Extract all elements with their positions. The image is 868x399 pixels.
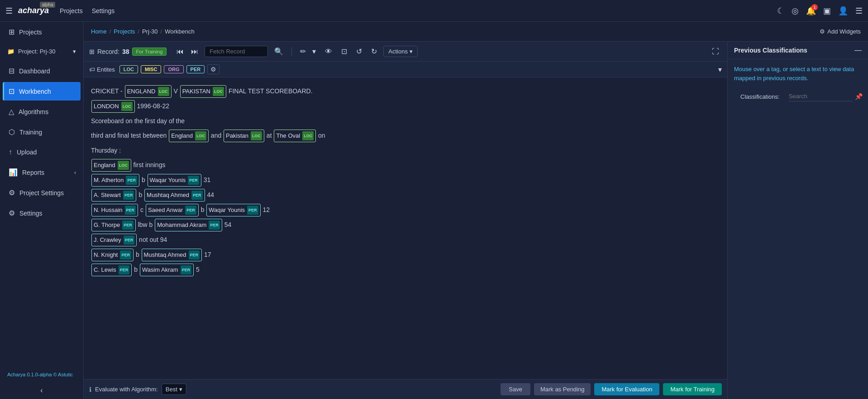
actions-button[interactable]: Actions ▾ [383, 46, 418, 57]
entity-mohammad-akram[interactable]: Mohammad AkramPER [155, 219, 222, 231]
entity-waqar-2[interactable]: Waqar YounisPER [206, 204, 260, 216]
entity-the-oval[interactable]: The Oval LOC [274, 130, 316, 142]
algorithm-value: Best [166, 386, 177, 393]
save-button[interactable]: Save [501, 383, 530, 395]
breadcrumb-sep-1: / [110, 28, 111, 35]
entity-england-innings[interactable]: England LOC [91, 159, 131, 172]
nav-last-button[interactable]: ⏭ [188, 46, 201, 58]
training-icon: ⬡ [9, 128, 15, 136]
entity-thorpe[interactable]: G. ThorpePER [91, 219, 136, 231]
entity-waqar-1[interactable]: Waqar YounisPER [148, 174, 201, 187]
line-4: third and final test between England LOC… [91, 129, 720, 142]
fetch-record-input[interactable] [205, 46, 268, 57]
line1-v: V [173, 87, 179, 95]
nav-settings[interactable]: Settings [92, 7, 115, 14]
target-icon[interactable]: ◎ [792, 6, 799, 16]
sidebar-item-project-settings[interactable]: ⚙ Project Settings [0, 183, 83, 203]
record-label: ⊞ [89, 48, 95, 55]
entity-tags-expand[interactable]: ▾ [718, 65, 722, 74]
record-number: 38 [122, 48, 129, 55]
gear-icon: ⚙ [820, 28, 825, 35]
mark-evaluation-button[interactable]: Mark for Evaluation [594, 383, 659, 395]
editor-panel: ⊞ Record: 38 For Training ⏮ ⏭ 🔍 ✏ ▾ [84, 42, 728, 399]
actions-chevron: ▾ [410, 48, 413, 55]
record-badge: For Training [132, 48, 167, 56]
text-content[interactable]: CRICKET - ENGLAND LOC V PAKISTAN LOC FIN… [84, 77, 727, 379]
copy-button[interactable]: ⊡ [339, 45, 350, 58]
entities-label: 🏷 Entites [89, 66, 115, 73]
tag-loc-button[interactable]: LOC [119, 65, 138, 73]
toolbar-divider-1 [291, 47, 292, 56]
sidebar-item-projects[interactable]: ⊞ Projects [0, 22, 83, 42]
breadcrumb-projects[interactable]: Projects [114, 28, 135, 35]
add-widgets-button[interactable]: ⚙ Add Widgets [820, 28, 861, 35]
entity-mushtaq-1[interactable]: Mushtaq AhmedPER [144, 189, 205, 202]
batting-row-1: M. AthertonPER b Waqar YounisPER 31 [91, 173, 720, 187]
tag-misc-button[interactable]: MISC [141, 65, 162, 73]
actions-label: Actions [388, 48, 408, 55]
eye-button[interactable]: 👁 [322, 46, 335, 58]
entity-crawley[interactable]: J. CrawleyPER [91, 234, 137, 246]
entity-pakistan-2[interactable]: Pakistan LOC [224, 130, 264, 142]
sidebar-item-project-prj30[interactable]: 📁 Project: Prj-30 ▾ [0, 42, 83, 61]
mark-training-button[interactable]: Mark for Training [663, 383, 722, 395]
nav-first-button[interactable]: ⏮ [174, 46, 186, 58]
menu-icon[interactable]: ☰ [855, 6, 863, 16]
screen-icon[interactable]: ▣ [823, 6, 831, 16]
entities-text: Entites [97, 66, 115, 73]
breadcrumb-sep-3: / [161, 28, 162, 35]
search-button[interactable]: 🔍 [272, 45, 286, 58]
batting-row-3: N. HussainPER c Saeed AnwarPER b Waqar Y… [91, 203, 720, 216]
tag-org-button[interactable]: ORG [164, 65, 183, 73]
line-2: LONDON LOC 1996-08-22 [91, 100, 720, 113]
entity-london[interactable]: LONDON LOC [91, 100, 135, 113]
record-info: ⊞ Record: 38 For Training [89, 48, 167, 56]
algorithm-select[interactable]: Best ▾ [162, 384, 186, 395]
classifications-search-input[interactable] [789, 91, 852, 101]
bottom-actions: Save Mark as Pending Mark for Evaluation… [501, 383, 722, 395]
sidebar-item-training[interactable]: ⬡ Training [0, 122, 83, 142]
tag-settings-button[interactable]: ⚙ [207, 64, 219, 74]
entity-england-1[interactable]: ENGLAND LOC [125, 85, 172, 98]
sidebar-collapse-button[interactable]: ‹ [0, 382, 83, 399]
sidebar-item-algorithms[interactable]: △ Algorithms [0, 101, 83, 122]
entity-knight[interactable]: N. KnightPER [91, 249, 134, 261]
notification-count: 1 [811, 4, 818, 10]
fullscreen-button[interactable]: ⛶ [709, 46, 722, 58]
sidebar-item-settings[interactable]: ⚙ Settings [0, 203, 83, 223]
undo-button[interactable]: ↺ [353, 45, 365, 58]
entity-england-2[interactable]: England LOC [169, 130, 209, 142]
main-layout: ⊞ Projects 📁 Project: Prj-30 ▾ ⊟ Dashboa… [0, 22, 868, 399]
breadcrumb-home[interactable]: Home [91, 28, 107, 35]
line2-date: 1996-08-22 [137, 102, 170, 110]
entity-saeed[interactable]: Saeed AnwarPER [146, 204, 199, 216]
user-icon[interactable]: 👤 [838, 6, 848, 16]
entity-pakistan-1[interactable]: PAKISTAN LOC [180, 85, 226, 98]
entity-lewis[interactable]: C. LewisPER [91, 264, 132, 276]
project-icon: 📁 [7, 48, 14, 55]
entity-stewart[interactable]: A. StewartPER [91, 189, 136, 202]
batting-row-4: G. ThorpePER lbw b Mohammad AkramPER 54 [91, 218, 720, 231]
nav-projects[interactable]: Projects [60, 7, 83, 14]
bell-icon[interactable]: 🔔 1 [806, 6, 816, 16]
record-label-text: Record: [97, 48, 119, 55]
tag-per-button[interactable]: PER [186, 65, 205, 73]
moon-icon[interactable]: ☾ [777, 6, 784, 16]
pen-dropdown-button[interactable]: ▾ [310, 45, 319, 58]
sidebar-item-workbench[interactable]: ⊡ Workbench [3, 82, 81, 101]
mark-pending-button[interactable]: Mark as Pending [534, 383, 591, 395]
right-panel-close-button[interactable]: — [854, 46, 862, 54]
sidebar-item-reports[interactable]: 📊 Reports ‹ [0, 162, 83, 183]
entity-hussain[interactable]: N. HussainPER [91, 204, 138, 216]
pen-tool-button[interactable]: ✏ [297, 45, 309, 58]
entity-mushtaq-2[interactable]: Mushtaq AhmedPER [142, 249, 202, 261]
redo-button[interactable]: ↻ [368, 45, 380, 58]
batting-row-5: J. CrawleyPER not out 94 [91, 233, 720, 246]
entity-wasim[interactable]: Wasim AkramPER [140, 264, 194, 276]
entity-atherton[interactable]: M. AthertonPER [91, 174, 139, 187]
sidebar-item-dashboard[interactable]: ⊟ Dashboard [0, 61, 83, 81]
hamburger-icon[interactable]: ☰ [5, 6, 13, 16]
line-5: Thursday : [91, 144, 720, 157]
sidebar-item-upload[interactable]: ↑ Upload [0, 142, 83, 162]
breadcrumb-project-id: Prj-30 [142, 28, 158, 35]
